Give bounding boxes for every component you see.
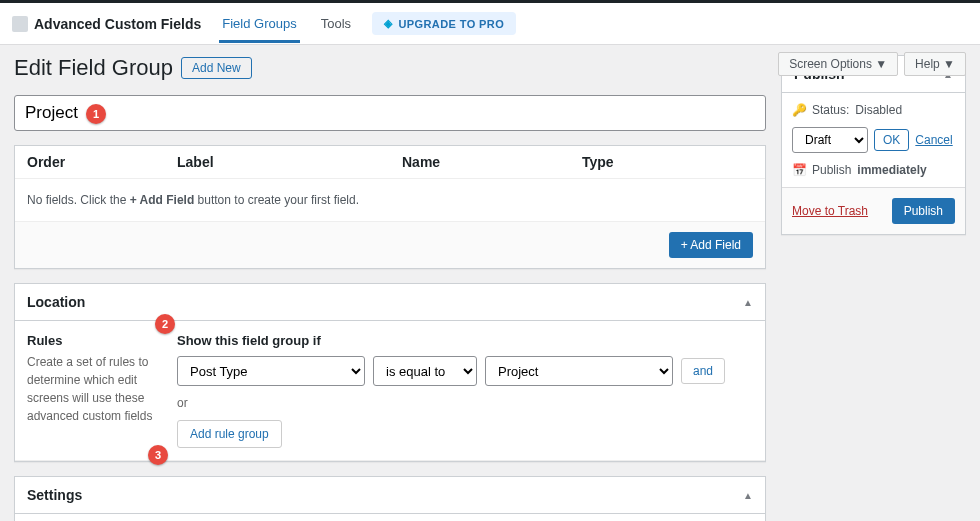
publish-footer: Move to Trash Publish [782, 187, 965, 234]
publish-box: Publish ▲ 🔑 Status: Disabled Draft OK Ca… [781, 55, 966, 235]
gem-icon: ◈ [384, 17, 392, 30]
calendar-icon: 📅 [792, 163, 806, 177]
nav-tools[interactable]: Tools [318, 4, 354, 43]
group-title-input[interactable] [14, 95, 766, 131]
screen-options-button[interactable]: Screen Options ▼ [778, 52, 898, 76]
help-button[interactable]: Help ▼ [904, 52, 966, 76]
col-name: Name [402, 154, 582, 170]
rule-operator-select[interactable]: is equal to [373, 356, 477, 386]
location-body: Rules Create a set of rules to determine… [15, 321, 765, 461]
settings-title: Settings [27, 487, 82, 503]
page-heading: Edit Field Group Add New [14, 55, 766, 81]
fields-empty-state: No fields. Click the + Add Field button … [15, 179, 765, 221]
rule-group: Post Type is equal to Project and [177, 356, 753, 386]
annotation-marker-2: 2 [155, 314, 175, 334]
annotation-marker-3: 3 [148, 445, 168, 465]
fields-table-head: Order Label Name Type [15, 146, 765, 179]
fields-footer: + Add Field [15, 221, 765, 268]
publish-button[interactable]: Publish [892, 198, 955, 224]
brand: Advanced Custom Fields [12, 16, 201, 32]
ok-button[interactable]: OK [874, 129, 909, 151]
status-label: Status: [812, 103, 849, 117]
rules-label: Rules [27, 333, 177, 348]
add-new-button[interactable]: Add New [181, 57, 252, 79]
location-head: Location ▲ [15, 284, 765, 321]
settings-box: Settings ▲ Active Yes Show in REST API [14, 476, 766, 521]
main-column: Edit Field Group Add New Order Label Nam… [14, 55, 766, 521]
upgrade-label: UPGRADE TO PRO [398, 18, 504, 30]
schedule-label: Publish [812, 163, 851, 177]
trash-link[interactable]: Move to Trash [792, 204, 868, 218]
location-box: Location ▲ Rules Create a set of rules t… [14, 283, 766, 462]
top-toolbar: Advanced Custom Fields Field Groups Tool… [0, 3, 980, 45]
annotation-marker-1: 1 [86, 104, 106, 124]
publish-body: 🔑 Status: Disabled Draft OK Cancel 📅 Pub… [782, 93, 965, 187]
rule-param-select[interactable]: Post Type [177, 356, 365, 386]
schedule-row: 📅 Publish immediately [792, 163, 955, 177]
nav-field-groups[interactable]: Field Groups [219, 4, 299, 43]
status-row: 🔑 Status: Disabled [792, 103, 955, 117]
brand-label: Advanced Custom Fields [34, 16, 201, 32]
acf-logo-icon [12, 16, 28, 32]
add-field-button[interactable]: + Add Field [669, 232, 753, 258]
cancel-link[interactable]: Cancel [915, 133, 952, 147]
key-icon: 🔑 [792, 103, 806, 117]
col-order: Order [27, 154, 177, 170]
or-label: or [177, 396, 753, 410]
col-label: Label [177, 154, 402, 170]
status-value: Disabled [855, 103, 902, 117]
page-title: Edit Field Group [14, 55, 173, 81]
rules-input-col: Show this field group if Post Type is eq… [177, 333, 753, 448]
rules-label-col: Rules Create a set of rules to determine… [27, 333, 177, 448]
collapse-icon[interactable]: ▲ [743, 297, 753, 308]
and-button[interactable]: and [681, 358, 725, 384]
collapse-icon[interactable]: ▲ [743, 490, 753, 501]
schedule-value: immediately [857, 163, 926, 177]
show-if-label: Show this field group if [177, 333, 753, 348]
rules-desc: Create a set of rules to determine which… [27, 355, 152, 423]
add-rule-group-button[interactable]: Add rule group [177, 420, 282, 448]
col-type: Type [582, 154, 753, 170]
location-title: Location [27, 294, 85, 310]
fields-box: Order Label Name Type No fields. Click t… [14, 145, 766, 269]
upgrade-button[interactable]: ◈ UPGRADE TO PRO [372, 12, 516, 35]
settings-head: Settings ▲ [15, 477, 765, 514]
side-column: Publish ▲ 🔑 Status: Disabled Draft OK Ca… [781, 55, 966, 521]
status-edit-row: Draft OK Cancel [792, 127, 955, 153]
rule-value-select[interactable]: Project [485, 356, 673, 386]
admin-top-buttons: Screen Options ▼ Help ▼ [778, 52, 966, 76]
status-select[interactable]: Draft [792, 127, 868, 153]
active-row: Active Yes [15, 514, 765, 521]
